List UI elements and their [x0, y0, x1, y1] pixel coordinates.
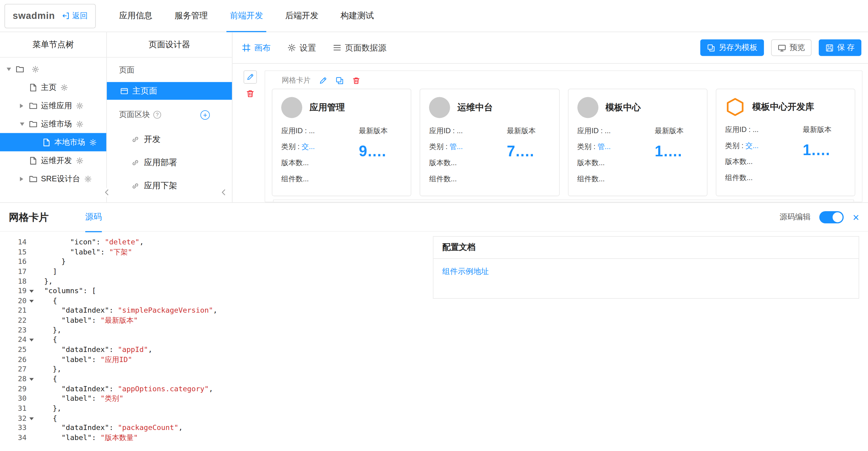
code-line[interactable]: 24 { — [5, 335, 420, 345]
tree-node-sre-design[interactable]: SRE设计台 — [0, 170, 106, 188]
tab-page-datasource[interactable]: 页面数据源 — [333, 43, 386, 53]
block-item-dev[interactable]: 开发 — [107, 128, 232, 150]
tab-service-management[interactable]: 服务管理 — [163, 0, 219, 32]
line-number: 33 — [5, 423, 27, 433]
app-card[interactable]: 运维中台 应用ID : ... 类别 : 管... 版本数... 组件数... — [420, 89, 559, 196]
gear-icon[interactable] — [76, 120, 83, 128]
preview-button[interactable]: 预览 — [771, 39, 812, 56]
code-line[interactable]: 33 "dataIndex": "packageCount", — [5, 423, 420, 433]
category-label: 类别 : — [429, 142, 450, 150]
tab-build-test[interactable]: 构建测试 — [330, 0, 385, 32]
app-card-title: 模板中心 — [606, 102, 641, 113]
code-line[interactable]: 17 ] — [5, 266, 420, 276]
category-link[interactable]: 管... — [450, 142, 463, 150]
app-card[interactable]: 模板中心开发库 应用ID : ... 类别 : 交... 版本数... 组件数.… — [715, 89, 855, 196]
copy-icon — [707, 44, 715, 52]
tab-frontend-dev[interactable]: 前端开发 — [219, 0, 274, 32]
code-line[interactable]: 26 "label": "应用ID" — [5, 355, 420, 364]
page-icon — [120, 87, 128, 95]
add-block-button[interactable]: + — [200, 110, 210, 119]
widget-tool-strip — [244, 71, 257, 202]
code-line[interactable]: 22 "label": "最新版本" — [5, 315, 420, 325]
save-as-template-button[interactable]: 另存为模板 — [700, 39, 764, 56]
tree-node-homepage[interactable]: 主页 — [0, 78, 106, 96]
block-item-app-takedown[interactable]: 应用下架 — [107, 174, 232, 197]
tree-node-root[interactable] — [0, 60, 106, 78]
caret-right-icon[interactable] — [20, 176, 23, 181]
category-link[interactable]: 交... — [745, 141, 758, 150]
widget-delete-button[interactable] — [246, 89, 255, 98]
version-count-value: 9.... — [359, 143, 402, 160]
gear-icon[interactable] — [76, 102, 83, 109]
fold-caret-icon[interactable] — [27, 374, 35, 384]
code-line[interactable]: 34 "label": "版本数量" — [5, 433, 420, 443]
page-designer-panel: 页面设计器 页面 主页面 页面区块 ? + 开发 应用部署 应用下架 — [107, 32, 232, 202]
code-line[interactable]: 30 "label": "类别" — [5, 394, 420, 403]
fold-caret-icon[interactable] — [27, 286, 35, 296]
fold-caret-icon[interactable] — [27, 413, 35, 423]
collapse-tree-panel-button[interactable] — [102, 188, 111, 197]
app-card[interactable]: 模板中心 应用ID : ... 类别 : 管... 版本数... 组件数... — [568, 89, 707, 196]
code-editor[interactable]: 14 "icon": "delete",15 "label": "下架"16 }… — [0, 232, 420, 451]
page-item-main-page[interactable]: 主页面 — [107, 82, 232, 100]
code-line[interactable]: 19 "columns": [ — [5, 286, 420, 296]
tab-backend-dev[interactable]: 后端开发 — [274, 0, 330, 32]
source-edit-toggle[interactable] — [819, 211, 844, 223]
code-line[interactable]: 25 "dataIndex": "appId", — [5, 345, 420, 355]
widget-edit-button[interactable] — [244, 71, 257, 84]
code-line[interactable]: 28 { — [5, 374, 420, 384]
code-line[interactable]: 15 "label": "下架" — [5, 247, 420, 257]
grid-card-widget[interactable]: 网格卡片 应用管理 应 — [265, 71, 862, 202]
fold-caret-icon[interactable] — [27, 335, 35, 345]
category-link[interactable]: 交... — [302, 142, 315, 150]
tab-canvas[interactable]: 画布 — [242, 43, 271, 53]
code-line[interactable]: 29 "dataIndex": "appOptions.category", — [5, 384, 420, 394]
version-count-label: 版本数... — [577, 154, 655, 171]
code-line[interactable]: 14 "icon": "delete", — [5, 237, 420, 247]
collapse-designer-panel-button[interactable] — [219, 188, 228, 197]
code-line[interactable]: 21 "dataIndex": "simplePackageVersion", — [5, 306, 420, 315]
component-example-link[interactable]: 组件示例地址 — [433, 259, 498, 284]
tree-node-ops-app[interactable]: 运维应用 — [0, 96, 106, 115]
code-content: "dataIndex": "simplePackageVersion", — [35, 306, 217, 315]
code-line[interactable]: 18 }, — [5, 276, 420, 286]
save-button[interactable]: 保 存 — [819, 39, 861, 56]
app-card[interactable]: 应用管理 应用ID : ... 类别 : 交... 版本数... 组件数... — [272, 89, 411, 196]
category-field: 类别 : 交... — [281, 139, 359, 155]
tree-node-local-market[interactable]: 本地市场 — [0, 133, 106, 151]
tree-node-ops-market[interactable]: 运维市场 — [0, 115, 106, 133]
gear-icon[interactable] — [76, 157, 83, 164]
copy-widget-icon[interactable] — [335, 76, 344, 84]
fold-caret-icon[interactable] — [27, 296, 35, 306]
back-icon — [61, 11, 70, 20]
code-line[interactable]: 32 { — [5, 413, 420, 423]
caret-down-icon[interactable] — [7, 67, 11, 71]
tree-node-ops-dev[interactable]: 运维开发 — [0, 151, 106, 170]
code-line[interactable]: 23 }, — [5, 325, 420, 335]
canvas-body: 网格卡片 应用管理 应 — [232, 64, 868, 202]
gear-icon[interactable] — [89, 138, 97, 146]
code-content: ] — [35, 266, 57, 276]
delete-widget-icon[interactable] — [352, 76, 360, 84]
link-icon — [131, 158, 140, 166]
tab-settings[interactable]: 设置 — [287, 43, 316, 53]
caret-right-icon[interactable] — [20, 103, 23, 108]
line-number: 29 — [5, 384, 27, 394]
tab-app-info[interactable]: 应用信息 — [108, 0, 163, 32]
help-icon[interactable]: ? — [153, 111, 161, 118]
code-line[interactable]: 27 }, — [5, 364, 420, 374]
code-line[interactable]: 31 }, — [5, 403, 420, 413]
close-icon[interactable]: × — [853, 212, 859, 222]
code-line[interactable]: 16 } — [5, 257, 420, 266]
edit-widget-icon[interactable] — [319, 76, 327, 84]
back-button[interactable]: 返回 — [61, 11, 87, 21]
gear-icon[interactable] — [84, 175, 92, 182]
caret-down-icon[interactable] — [20, 122, 24, 125]
tab-source-code[interactable]: 源码 — [85, 203, 102, 232]
code-line[interactable]: 20 { — [5, 296, 420, 306]
gear-icon[interactable] — [60, 84, 68, 91]
block-item-app-deploy[interactable]: 应用部署 — [107, 151, 232, 174]
category-link[interactable]: 管... — [597, 142, 611, 150]
gear-icon[interactable] — [32, 65, 39, 73]
code-content: "label": "应用ID" — [35, 355, 132, 364]
